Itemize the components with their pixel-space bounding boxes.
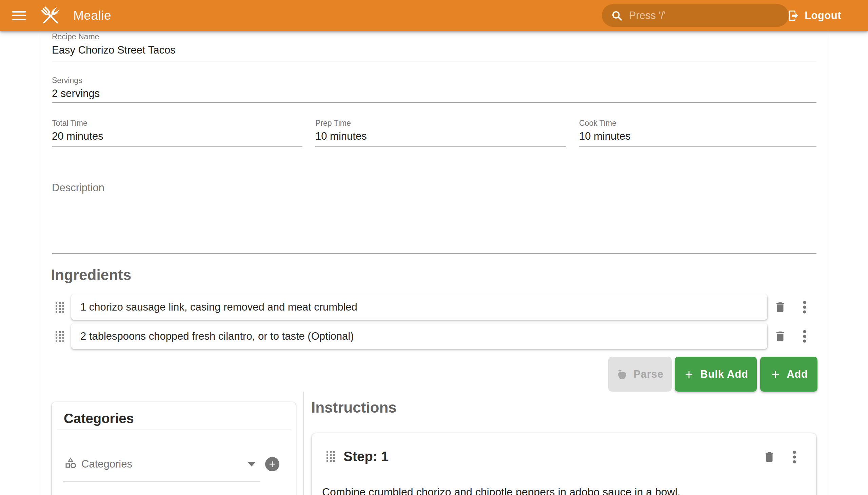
cook-time-value: 10 minutes bbox=[579, 130, 816, 142]
servings-field[interactable]: Servings 2 servings bbox=[52, 76, 816, 103]
bulk-add-label: Bulk Add bbox=[700, 368, 748, 380]
kebab-menu-icon bbox=[802, 329, 807, 343]
drag-handle-icon[interactable] bbox=[326, 451, 335, 462]
logout-label: Logout bbox=[805, 10, 841, 22]
ingredient-input[interactable]: 1 chorizo sausage link, casing removed a… bbox=[71, 294, 767, 320]
plus-icon bbox=[683, 369, 695, 380]
search-icon bbox=[611, 10, 623, 22]
total-time-label: Total Time bbox=[52, 119, 303, 128]
total-time-field[interactable]: Total Time 20 minutes bbox=[52, 119, 303, 147]
delete-step-button[interactable] bbox=[763, 450, 776, 464]
ingredient-menu-button[interactable] bbox=[798, 329, 811, 343]
content-left-edge bbox=[40, 31, 40, 495]
recipe-name-value: Easy Chorizo Street Tacos bbox=[52, 44, 816, 56]
chevron-down-icon[interactable] bbox=[248, 462, 256, 466]
step-text[interactable]: Combine crumbled chorizo and chipotle pe… bbox=[322, 485, 797, 495]
categories-card-title: Categories bbox=[64, 410, 134, 427]
trash-icon bbox=[774, 330, 787, 343]
divider bbox=[57, 430, 291, 430]
delete-ingredient-button[interactable] bbox=[773, 301, 787, 314]
plus-icon bbox=[268, 459, 277, 469]
logout-button[interactable]: Logout bbox=[787, 6, 841, 25]
mealie-utensils-logo bbox=[39, 4, 62, 28]
add-ingredient-button[interactable]: Add bbox=[760, 357, 817, 392]
description-label: Description bbox=[52, 182, 816, 194]
ingredient-text: 1 chorizo sausage link, casing removed a… bbox=[80, 301, 357, 313]
select-underline bbox=[63, 481, 260, 481]
instructions-heading: Instructions bbox=[311, 399, 397, 416]
delete-ingredient-button[interactable] bbox=[773, 329, 787, 343]
content-right-edge bbox=[828, 31, 828, 495]
bulk-add-button[interactable]: Bulk Add bbox=[675, 357, 757, 392]
app-bar: Mealie Press '/' Logout bbox=[0, 0, 868, 31]
prep-time-label: Prep Time bbox=[315, 119, 566, 128]
cook-time-field[interactable]: Cook Time 10 minutes bbox=[579, 119, 816, 147]
cook-time-label: Cook Time bbox=[579, 119, 816, 128]
ingredients-heading: Ingredients bbox=[51, 266, 131, 284]
kebab-menu-icon bbox=[792, 450, 797, 464]
ingredient-menu-button[interactable] bbox=[798, 301, 811, 314]
trash-icon bbox=[774, 301, 787, 313]
description-field[interactable]: Description bbox=[52, 182, 816, 254]
parse-button[interactable]: Parse bbox=[608, 357, 672, 392]
categories-select[interactable]: Categories bbox=[81, 458, 132, 470]
shapes-icon bbox=[63, 456, 78, 470]
column-divider bbox=[303, 392, 304, 495]
search-input[interactable]: Press '/' bbox=[602, 4, 789, 27]
drag-handle-icon[interactable] bbox=[55, 331, 65, 342]
apple-icon bbox=[616, 369, 628, 380]
step-menu-button[interactable] bbox=[788, 450, 801, 464]
total-time-value: 20 minutes bbox=[52, 130, 303, 142]
step-title: Step: 1 bbox=[343, 448, 389, 464]
step-card: Step: 1 Combine crumbled chorizo and chi… bbox=[312, 433, 816, 495]
app-title: Mealie bbox=[73, 8, 111, 23]
add-label: Add bbox=[787, 368, 808, 380]
search-placeholder: Press '/' bbox=[629, 10, 666, 22]
add-category-button[interactable] bbox=[265, 457, 279, 471]
categories-card: Categories Categories bbox=[52, 402, 296, 495]
prep-time-value: 10 minutes bbox=[315, 130, 566, 142]
parse-label: Parse bbox=[633, 368, 663, 380]
mealie-recipe-edit-page: Mealie Press '/' Logout Recipe Name Easy… bbox=[0, 0, 868, 495]
logout-icon bbox=[787, 10, 800, 22]
kebab-menu-icon bbox=[802, 301, 807, 314]
drag-handle-icon[interactable] bbox=[55, 302, 65, 313]
plus-icon bbox=[770, 369, 781, 380]
servings-value: 2 servings bbox=[52, 87, 816, 100]
trash-icon bbox=[763, 450, 776, 463]
ingredient-input[interactable]: 2 tablespoons chopped fresh cilantro, or… bbox=[71, 323, 767, 349]
menu-icon[interactable] bbox=[12, 11, 26, 20]
ingredient-text: 2 tablespoons chopped fresh cilantro, or… bbox=[80, 330, 354, 342]
recipe-name-label: Recipe Name bbox=[52, 32, 816, 41]
recipe-name-field[interactable]: Recipe Name Easy Chorizo Street Tacos bbox=[52, 32, 816, 62]
prep-time-field[interactable]: Prep Time 10 minutes bbox=[315, 119, 566, 147]
servings-label: Servings bbox=[52, 76, 816, 85]
